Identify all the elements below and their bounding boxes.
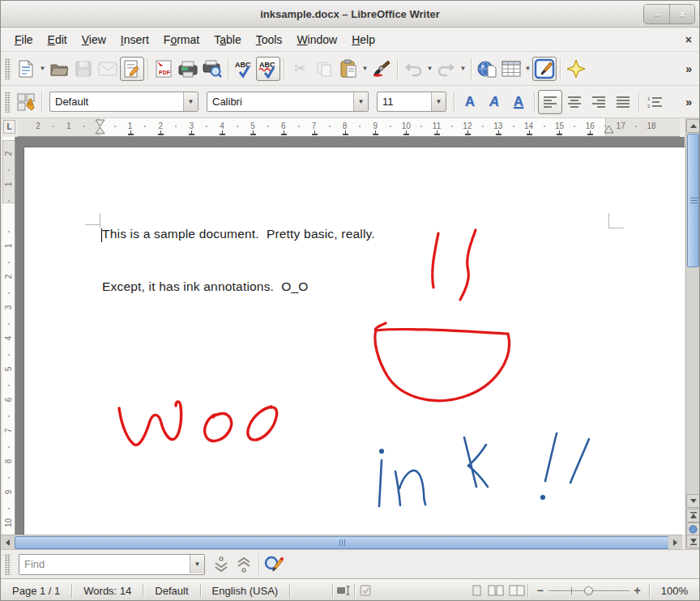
vertical-scrollbar-thumb[interactable] bbox=[687, 134, 699, 267]
scroll-left-button[interactable] bbox=[1, 535, 15, 549]
font-name-combo[interactable]: Calibri ▼ bbox=[207, 92, 369, 112]
vertical-scrollbar[interactable] bbox=[685, 118, 700, 549]
close-button[interactable]: × bbox=[669, 5, 694, 23]
redo-button[interactable] bbox=[434, 57, 459, 81]
find-previous-button[interactable] bbox=[233, 553, 255, 576]
zoom-slider-knob[interactable] bbox=[584, 586, 593, 595]
align-left-button[interactable] bbox=[538, 90, 562, 114]
page-number-status[interactable]: Page 1 / 1 bbox=[1, 585, 71, 597]
new-document-button[interactable] bbox=[14, 57, 38, 81]
toolbar-overflow-button[interactable]: » bbox=[685, 96, 692, 109]
zoom-slider[interactable]: − + bbox=[528, 584, 648, 597]
undo-dropdown[interactable]: ▼ bbox=[425, 57, 434, 81]
justify-button[interactable] bbox=[611, 90, 635, 114]
insert-table-dropdown[interactable]: ▼ bbox=[523, 57, 532, 81]
book-view-button[interactable] bbox=[506, 579, 527, 601]
toolbar-grip[interactable] bbox=[5, 554, 11, 575]
export-pdf-button[interactable]: PDF bbox=[152, 57, 176, 81]
chevron-down-icon[interactable]: ▼ bbox=[353, 92, 368, 111]
scroll-right-button[interactable] bbox=[668, 535, 682, 549]
paragraph-style-combo[interactable]: Default ▼ bbox=[49, 92, 198, 112]
edit-mode-button[interactable] bbox=[120, 57, 144, 81]
new-document-dropdown[interactable]: ▼ bbox=[38, 57, 47, 81]
print-preview-button[interactable] bbox=[200, 57, 224, 81]
undo-button[interactable] bbox=[401, 57, 425, 81]
title-bar[interactable]: inksample.docx – LibreOffice Writer – × bbox=[1, 1, 699, 28]
auto-spellcheck-button[interactable]: ABC bbox=[256, 57, 280, 81]
bold-button[interactable]: A bbox=[458, 90, 482, 114]
toolbar-grip[interactable] bbox=[5, 92, 11, 113]
font-size-combo[interactable]: 11 ▼ bbox=[377, 92, 446, 112]
close-document-icon[interactable]: × bbox=[685, 33, 692, 46]
print-button[interactable] bbox=[176, 57, 200, 81]
find-next-button[interactable] bbox=[210, 553, 233, 576]
paragraph[interactable]: This is a sample document. Pretty basic,… bbox=[102, 227, 375, 241]
navigation-icon bbox=[689, 525, 698, 534]
redo-dropdown[interactable]: ▼ bbox=[459, 57, 467, 81]
horizontal-ruler[interactable]: 21123456789101112131415161718 bbox=[18, 118, 680, 137]
menu-format[interactable]: Format bbox=[156, 30, 207, 49]
toolbar-grip[interactable] bbox=[5, 58, 11, 79]
tab-stop-selector[interactable]: L bbox=[3, 120, 15, 134]
previous-page-button[interactable] bbox=[686, 509, 700, 522]
draw-functions-button[interactable] bbox=[532, 57, 557, 81]
language-status[interactable]: English (USA) bbox=[201, 585, 290, 597]
page-style-status[interactable]: Default bbox=[143, 585, 199, 597]
scroll-up-button[interactable] bbox=[686, 119, 700, 133]
cut-button[interactable]: ✂ bbox=[288, 57, 312, 81]
gallery-button[interactable] bbox=[564, 57, 588, 81]
spelling-button[interactable]: ABC bbox=[232, 57, 256, 81]
document-page[interactable]: This is a sample document. Pretty basic,… bbox=[23, 147, 685, 535]
styles-button[interactable] bbox=[14, 90, 38, 114]
paste-button[interactable] bbox=[336, 57, 361, 81]
find-input[interactable]: Find ▼ bbox=[19, 554, 205, 575]
save-button[interactable] bbox=[71, 57, 96, 81]
menu-file[interactable]: File bbox=[7, 30, 41, 49]
find-and-replace-button[interactable] bbox=[262, 553, 285, 576]
menu-window[interactable]: Window bbox=[289, 30, 344, 49]
right-indent-marker[interactable] bbox=[604, 125, 614, 134]
horizontal-scrollbar[interactable] bbox=[1, 535, 682, 549]
menu-edit[interactable]: Edit bbox=[41, 30, 75, 49]
menu-help[interactable]: Help bbox=[344, 30, 382, 49]
scroll-down-button[interactable] bbox=[686, 494, 700, 508]
horizontal-scrollbar-thumb[interactable] bbox=[15, 536, 669, 549]
italic-button[interactable]: A bbox=[482, 90, 506, 114]
underline-button[interactable]: A bbox=[506, 90, 531, 114]
text-boundary-corner bbox=[608, 228, 624, 228]
paragraph[interactable]: Except, it has ink annotations. O_O bbox=[102, 279, 308, 294]
chevron-down-icon[interactable]: ▼ bbox=[190, 555, 204, 573]
menu-table[interactable]: Table bbox=[207, 30, 248, 49]
numbered-list-button[interactable]: 12 bbox=[642, 90, 667, 114]
menu-view[interactable]: View bbox=[75, 30, 113, 49]
zoom-out-icon[interactable]: − bbox=[536, 584, 543, 597]
next-page-button[interactable] bbox=[686, 535, 700, 548]
menu-insert[interactable]: Insert bbox=[113, 30, 156, 49]
clone-formatting-button[interactable] bbox=[369, 57, 394, 81]
left-indent-marker[interactable] bbox=[95, 119, 105, 134]
minimize-button[interactable]: – bbox=[644, 5, 669, 23]
insert-mode-status[interactable] bbox=[333, 579, 354, 601]
align-right-button[interactable] bbox=[587, 90, 611, 114]
email-button[interactable] bbox=[96, 57, 120, 81]
open-button[interactable] bbox=[47, 57, 71, 81]
toolbar-overflow-button[interactable]: » bbox=[685, 62, 692, 75]
copy-button[interactable] bbox=[312, 57, 336, 81]
zoom-in-icon[interactable]: + bbox=[634, 584, 641, 597]
single-page-view-button[interactable] bbox=[467, 579, 485, 601]
chevron-down-icon[interactable]: ▼ bbox=[431, 92, 446, 111]
insert-table-button[interactable] bbox=[499, 57, 523, 81]
chevron-down-icon[interactable]: ▼ bbox=[183, 92, 198, 111]
menu-tools[interactable]: Tools bbox=[249, 30, 290, 49]
align-center-button[interactable] bbox=[562, 90, 587, 114]
multi-page-view-button[interactable] bbox=[485, 579, 506, 601]
word-count-status[interactable]: Words: 14 bbox=[72, 585, 143, 597]
hyperlink-button[interactable] bbox=[475, 57, 499, 81]
zoom-level-status[interactable]: 100% bbox=[650, 585, 699, 597]
ruler-number: 1 bbox=[4, 240, 13, 253]
selection-mode-status[interactable] bbox=[355, 579, 376, 601]
vertical-ruler[interactable]: 2112345678910 bbox=[2, 137, 15, 535]
libreoffice-writer-window: inksample.docx – LibreOffice Writer – × … bbox=[0, 0, 700, 601]
paste-dropdown[interactable]: ▼ bbox=[361, 57, 369, 81]
auto-spellcheck-icon: ABC bbox=[258, 59, 279, 79]
